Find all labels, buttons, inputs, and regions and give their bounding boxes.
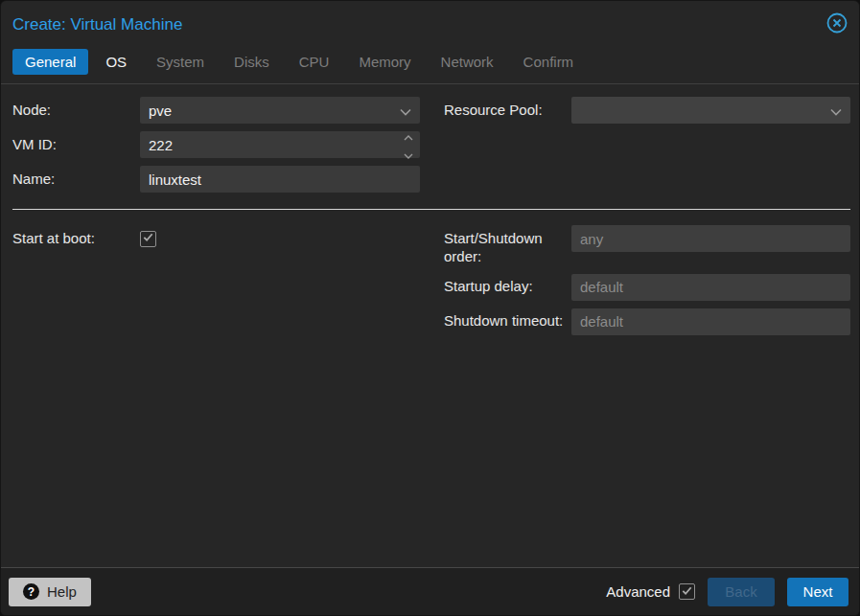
start-at-boot-label: Start at boot: xyxy=(12,230,140,248)
chevron-down-icon xyxy=(400,103,411,119)
start-at-boot-row: Start at boot: xyxy=(12,225,420,252)
wizard-tabbar: General OS System Disks CPU Memory Netwo… xyxy=(1,49,859,84)
startshutdown-order-row: Start/Shutdown order: xyxy=(444,225,850,266)
advanced-right-column: Start/Shutdown order: Startup delay: Shu… xyxy=(444,225,850,343)
tab-cpu: CPU xyxy=(287,49,342,75)
help-icon: ? xyxy=(23,583,39,600)
startup-delay-row: Startup delay: xyxy=(444,274,850,301)
node-label: Node: xyxy=(12,102,140,120)
advanced-form-columns: Start at boot: Start/Shutdown order: Sta… xyxy=(12,225,850,343)
tab-os[interactable]: OS xyxy=(93,49,139,75)
tab-general[interactable]: General xyxy=(12,49,88,75)
footer-right-group: Advanced Back Next xyxy=(606,578,848,606)
node-combobox[interactable]: pve xyxy=(140,97,420,124)
tab-confirm: Confirm xyxy=(511,49,587,75)
help-button[interactable]: ? Help xyxy=(9,578,91,606)
checkbox-check-icon xyxy=(142,230,154,247)
vmid-spinner-field xyxy=(140,131,420,158)
dialog-footer: ? Help Advanced Back Next xyxy=(1,567,859,615)
close-icon xyxy=(825,11,848,38)
advanced-label: Advanced xyxy=(606,583,670,600)
shutdown-timeout-row: Shutdown timeout: xyxy=(444,308,850,335)
checkbox-check-icon xyxy=(681,583,693,600)
advanced-checkbox[interactable] xyxy=(679,583,695,600)
advanced-left-column: Start at boot: xyxy=(12,225,420,343)
top-form-right-column: Resource Pool: xyxy=(444,97,850,200)
dialog-title: Create: Virtual Machine xyxy=(12,15,825,34)
back-button: Back xyxy=(708,578,775,606)
create-vm-dialog: Create: Virtual Machine General OS Syste… xyxy=(0,0,860,616)
top-form-columns: Node: pve VM ID: xyxy=(12,97,850,200)
dialog-header: Create: Virtual Machine xyxy=(1,1,859,49)
advanced-toggle: Advanced xyxy=(606,583,695,600)
name-input[interactable] xyxy=(140,166,420,193)
startup-delay-input[interactable] xyxy=(571,274,850,301)
resource-pool-label: Resource Pool: xyxy=(444,102,571,120)
node-value: pve xyxy=(149,103,172,119)
spinner-up-icon[interactable] xyxy=(404,127,413,145)
resource-pool-row: Resource Pool: xyxy=(444,97,850,124)
close-button[interactable] xyxy=(825,12,849,37)
node-row: Node: pve xyxy=(12,97,420,124)
vmid-spinner xyxy=(397,131,420,158)
startshutdown-order-input[interactable] xyxy=(571,225,850,252)
start-at-boot-checkbox[interactable] xyxy=(140,231,156,247)
top-form-left-column: Node: pve VM ID: xyxy=(12,97,420,200)
startup-delay-label: Startup delay: xyxy=(444,278,571,296)
shutdown-timeout-input[interactable] xyxy=(571,308,850,335)
tab-network: Network xyxy=(429,49,506,75)
shutdown-timeout-label: Shutdown timeout: xyxy=(444,312,571,331)
vmid-row: VM ID: xyxy=(12,131,420,158)
startshutdown-order-label: Start/Shutdown order: xyxy=(444,225,571,266)
advanced-separator xyxy=(12,209,850,210)
tab-memory: Memory xyxy=(346,49,423,75)
form-body: Node: pve VM ID: xyxy=(1,84,859,567)
help-button-label: Help xyxy=(47,583,77,600)
tab-disks: Disks xyxy=(221,49,282,75)
spinner-down-icon[interactable] xyxy=(404,146,413,163)
name-row: Name: xyxy=(12,166,420,193)
resource-pool-combobox[interactable] xyxy=(571,97,850,124)
vmid-input[interactable] xyxy=(140,131,397,158)
tab-system: System xyxy=(144,49,217,75)
chevron-down-icon xyxy=(830,103,842,119)
vmid-label: VM ID: xyxy=(12,136,140,154)
name-label: Name: xyxy=(12,171,140,189)
next-button[interactable]: Next xyxy=(787,578,848,606)
